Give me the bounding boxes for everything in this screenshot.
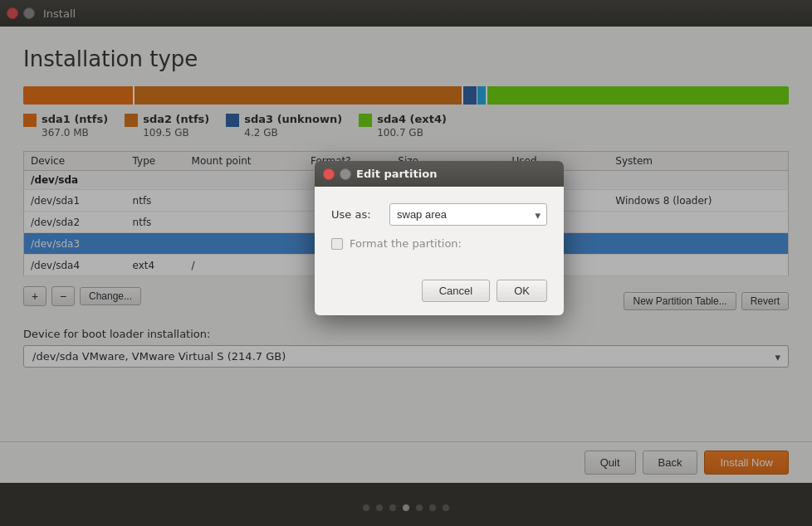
modal-title: Edit partition — [356, 168, 437, 180]
format-label: Format the partition: — [350, 237, 462, 250]
modal-body: Use as: swap area ext4 journaling file s… — [315, 187, 564, 280]
modal-overlay: Edit partition Use as: swap area ext4 jo… — [0, 0, 812, 526]
use-as-label: Use as: — [331, 208, 381, 221]
use-as-select[interactable]: swap area ext4 journaling file system ex… — [389, 203, 547, 226]
use-as-select-wrapper: swap area ext4 journaling file system ex… — [389, 203, 547, 226]
modal-min-btn[interactable] — [340, 168, 351, 180]
modal-footer: Cancel OK — [315, 280, 564, 315]
edit-partition-modal: Edit partition Use as: swap area ext4 jo… — [315, 161, 564, 315]
modal-titlebar: Edit partition — [315, 161, 564, 187]
modal-cancel-button[interactable]: Cancel — [422, 280, 490, 302]
format-row: Format the partition: — [331, 237, 547, 250]
format-checkbox[interactable] — [331, 238, 343, 250]
use-as-row: Use as: swap area ext4 journaling file s… — [331, 203, 547, 226]
modal-close-btn[interactable] — [323, 168, 335, 180]
modal-ok-button[interactable]: OK — [496, 280, 547, 302]
